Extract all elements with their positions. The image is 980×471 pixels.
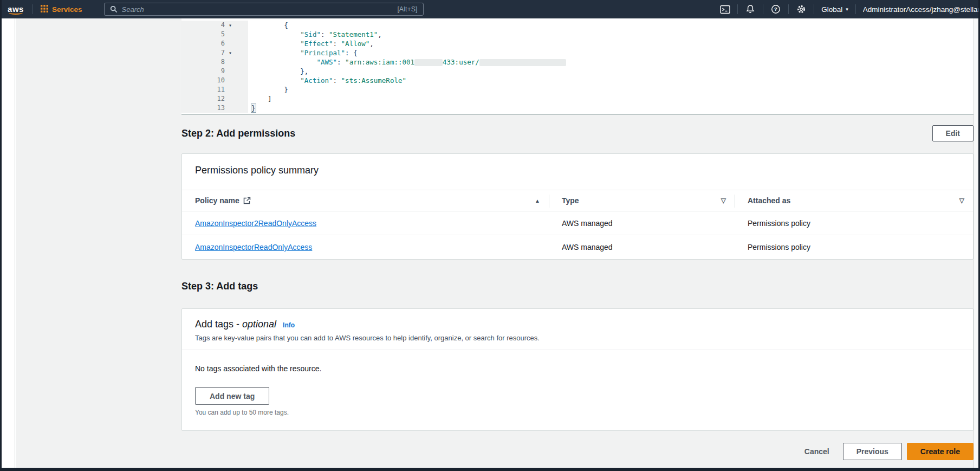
permissions-table: Policy name Type xyxy=(182,190,973,259)
aws-console-window: aws Services [Alt+S] xyxy=(0,0,980,471)
line-number: 4 xyxy=(181,21,225,30)
window-frame xyxy=(0,0,2,471)
cloudshell-icon[interactable] xyxy=(719,4,730,15)
topbar-separator xyxy=(855,4,856,14)
settings-gear-icon[interactable] xyxy=(796,4,807,15)
editor-line: 7 "Principal": { xyxy=(181,48,973,57)
line-number: 9 xyxy=(181,67,225,76)
sort-ascending-icon[interactable] xyxy=(535,198,540,204)
tags-limit-hint: You can add up to 50 more tags. xyxy=(195,409,960,416)
matched-bracket: } xyxy=(251,104,256,112)
account-menu[interactable]: AdministratorAccess/jzhang@stellar xyxy=(863,5,980,14)
add-tags-description: Tags are key-value pairs that you can ad… xyxy=(195,334,960,342)
policy-attached-cell: Permissions policy xyxy=(735,219,973,228)
cancel-button[interactable]: Cancel xyxy=(804,444,829,459)
notifications-bell-icon[interactable] xyxy=(745,4,756,15)
editor-line: 8 "AWS": "arn:aws:iam::001433:user/ xyxy=(181,57,973,67)
previous-button[interactable]: Previous xyxy=(843,443,902,460)
line-number: 11 xyxy=(181,85,225,94)
no-tags-message: No tags associated with the resource. xyxy=(195,364,960,373)
window-frame xyxy=(0,468,980,471)
region-selector[interactable]: Global ▾ xyxy=(821,5,848,14)
policy-type-cell: AWS managed xyxy=(549,243,735,251)
filter-icon[interactable] xyxy=(959,197,964,204)
table-row: AmazonInspector2ReadOnlyAccess AWS manag… xyxy=(182,211,973,235)
line-number: 7 xyxy=(181,48,225,57)
redacted-user-name xyxy=(479,59,566,66)
editor-line: 13 } xyxy=(181,104,973,113)
column-header-type[interactable]: Type xyxy=(549,190,735,211)
search-input[interactable] xyxy=(122,5,398,14)
left-margin-strip xyxy=(2,18,15,468)
info-link[interactable]: Info xyxy=(283,321,295,329)
filter-icon[interactable] xyxy=(721,197,726,204)
editor-line: 4 { xyxy=(181,21,973,30)
search-shortcut-hint: [Alt+S] xyxy=(397,5,417,13)
topbar-separator xyxy=(814,4,814,14)
add-tags-title: Add tags - optional xyxy=(195,319,276,330)
create-role-button[interactable]: Create role xyxy=(907,443,973,460)
aws-logo[interactable]: aws xyxy=(7,5,25,13)
topbar-separator xyxy=(788,4,789,14)
topbar-divider xyxy=(33,4,33,14)
fold-arrow-icon[interactable] xyxy=(225,48,236,57)
permissions-table-header: Policy name Type xyxy=(182,190,973,211)
line-number: 5 xyxy=(181,30,225,39)
region-label: Global xyxy=(821,5,842,14)
trust-policy-json-editor[interactable]: 4 { 5 "Sid": "Statement1", 6 "Effect": "… xyxy=(181,18,973,115)
line-number: 8 xyxy=(181,57,225,67)
editor-line: 12 ] xyxy=(181,94,973,104)
global-search[interactable]: [Alt+S] xyxy=(104,3,424,16)
policy-link[interactable]: AmazonInspectorReadOnlyAccess xyxy=(195,243,312,251)
help-icon[interactable]: ? xyxy=(770,4,781,15)
editor-line: 5 "Sid": "Statement1", xyxy=(181,30,973,39)
svg-text:?: ? xyxy=(774,6,777,12)
permissions-policy-summary-card: Permissions policy summary Policy name xyxy=(181,153,973,260)
services-grid-icon xyxy=(41,5,48,14)
editor-line: 6 "Effect": "Allow", xyxy=(181,39,973,48)
line-number: 13 xyxy=(181,104,225,113)
column-header-policy-name[interactable]: Policy name xyxy=(182,190,549,211)
add-tags-card: Add tags - optional Info Tags are key-va… xyxy=(181,308,973,431)
table-row: AmazonInspectorReadOnlyAccess AWS manage… xyxy=(182,235,973,259)
line-number: 6 xyxy=(181,39,225,48)
policy-type-cell: AWS managed xyxy=(549,219,735,228)
policy-link[interactable]: AmazonInspector2ReadOnlyAccess xyxy=(195,219,316,228)
topbar-separator xyxy=(763,4,763,14)
column-header-attached-as[interactable]: Attached as xyxy=(735,190,973,211)
redacted-account-id xyxy=(414,59,443,66)
editor-line: 10 "Action": "sts:AssumeRole" xyxy=(181,76,973,85)
policy-attached-cell: Permissions policy xyxy=(735,243,973,251)
step2-heading: Step 2: Add permissions xyxy=(181,128,295,139)
editor-line: 9 }, xyxy=(181,67,973,76)
edit-permissions-button[interactable]: Edit xyxy=(932,125,973,141)
line-number: 10 xyxy=(181,76,225,85)
step2-header-row: Step 2: Add permissions Edit xyxy=(181,125,973,142)
step3-heading: Step 3: Add tags xyxy=(181,281,258,292)
add-new-tag-button[interactable]: Add new tag xyxy=(195,387,269,405)
step3-header-row: Step 3: Add tags xyxy=(181,280,973,292)
search-icon xyxy=(110,5,118,13)
editor-line: 11 } xyxy=(181,85,973,94)
permissions-card-title: Permissions policy summary xyxy=(195,165,960,176)
topbar-separator xyxy=(737,4,738,14)
line-number: 12 xyxy=(181,94,225,104)
wizard-footer-actions: Cancel Previous Create role xyxy=(181,443,973,460)
services-label: Services xyxy=(52,5,82,14)
aws-logo-smile xyxy=(9,11,23,15)
optional-label: optional xyxy=(242,319,276,330)
external-link-icon xyxy=(243,197,251,204)
chevron-down-icon: ▾ xyxy=(846,7,848,12)
services-menu-button[interactable]: Services xyxy=(41,5,82,14)
scrollbar-track[interactable] xyxy=(973,18,978,468)
fold-arrow-icon[interactable] xyxy=(225,21,236,30)
top-nav-bar: aws Services [Alt+S] xyxy=(0,0,980,18)
topbar-right-group: ? Global ▾ AdministratorAccess/jzhang@st… xyxy=(719,0,980,18)
